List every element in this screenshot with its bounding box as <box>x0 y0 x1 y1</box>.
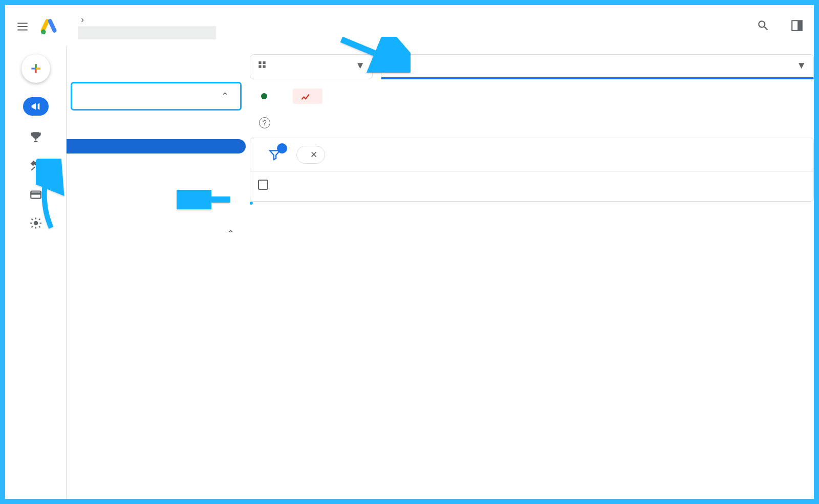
nav-insights-reports[interactable]: ⌃ <box>71 82 242 111</box>
svg-rect-10 <box>263 65 266 68</box>
filter-count-badge <box>277 143 287 154</box>
nav-overview[interactable] <box>67 53 246 68</box>
col-keyword[interactable] <box>706 171 813 201</box>
campaigns-nav[interactable] <box>23 97 49 119</box>
svg-rect-7 <box>258 61 261 64</box>
dropdown-icon: ▼ <box>796 60 806 71</box>
nav-stores[interactable] <box>67 178 246 192</box>
chevron-right-icon: › <box>81 14 84 25</box>
nav-recommendations[interactable] <box>67 68 246 82</box>
breadcrumb[interactable]: › <box>78 14 216 39</box>
dropdown-icon: ▼ <box>355 60 365 71</box>
side-nav: ⌃ ⌃ <box>67 46 246 499</box>
trophy-icon <box>29 130 42 144</box>
nav-dashboards[interactable] <box>67 207 246 221</box>
nav-insights[interactable] <box>67 111 246 125</box>
svg-rect-8 <box>263 61 266 64</box>
nav-when-where[interactable] <box>67 154 246 164</box>
goals-nav[interactable] <box>29 130 43 147</box>
col-ad-group[interactable] <box>598 171 706 201</box>
nav-search-terms[interactable] <box>67 139 246 154</box>
appearance-icon <box>790 19 804 32</box>
nav-auction-insights[interactable] <box>67 125 246 139</box>
create-button[interactable] <box>21 54 50 86</box>
svg-point-2 <box>41 30 46 35</box>
content-area: ▼ ▼ <box>246 46 814 499</box>
col-match-type[interactable] <box>383 171 491 201</box>
card-icon <box>29 188 42 201</box>
gear-icon <box>29 216 42 230</box>
status-row <box>250 79 814 108</box>
status-limited-badge[interactable] <box>293 89 322 104</box>
product-logo[interactable] <box>39 17 64 36</box>
account-selector-redacted[interactable] <box>78 26 216 39</box>
search-terms-table: ✕ <box>250 138 814 202</box>
filter-bar: ✕ <box>250 138 813 171</box>
appearance-button[interactable] <box>790 19 804 34</box>
admin-nav[interactable] <box>29 216 43 233</box>
nav-report-editor[interactable] <box>67 192 246 207</box>
search-icon <box>757 19 770 32</box>
chart-warning-icon <box>300 91 311 101</box>
svg-rect-3 <box>798 20 802 31</box>
search-button[interactable] <box>757 19 770 34</box>
campaign-selector[interactable]: ▼ <box>381 54 814 79</box>
billing-nav[interactable] <box>29 187 43 205</box>
status-enabled <box>261 91 271 102</box>
svg-rect-5 <box>31 193 41 194</box>
tools-icon <box>29 159 42 172</box>
svg-rect-1 <box>48 18 57 33</box>
menu-icon[interactable] <box>12 16 33 37</box>
google-ads-icon <box>39 17 58 36</box>
table-header-row <box>250 171 813 201</box>
filter-funnel[interactable] <box>266 145 284 164</box>
plus-icon <box>29 62 42 75</box>
campaign-icon <box>30 101 41 112</box>
nav-rail <box>5 46 67 499</box>
nav-ads[interactable] <box>67 275 246 290</box>
filter-chip[interactable]: ✕ <box>296 146 325 164</box>
help-icon[interactable]: ? <box>259 117 270 128</box>
select-all-checkbox[interactable] <box>258 180 268 190</box>
view-selector[interactable]: ▼ <box>250 54 373 79</box>
grid-icon <box>257 60 267 72</box>
nav-ad-groups[interactable] <box>67 261 246 275</box>
chevron-up-icon: ⌃ <box>227 228 234 239</box>
col-search-term[interactable] <box>276 171 383 201</box>
search-square-icon <box>389 60 401 72</box>
nav-campaigns[interactable] <box>67 247 246 261</box>
chip-remove-icon[interactable]: ✕ <box>310 149 317 160</box>
top-bar: › <box>5 5 814 46</box>
tools-nav[interactable] <box>29 159 43 176</box>
nav-landing-pages[interactable] <box>67 164 246 178</box>
col-added-excluded[interactable] <box>491 171 598 201</box>
svg-point-6 <box>34 222 37 225</box>
svg-rect-9 <box>258 65 261 68</box>
highlight-box <box>250 202 253 205</box>
chevron-up-icon: ⌃ <box>221 91 229 102</box>
svg-rect-4 <box>31 191 41 199</box>
nav-campaigns-group[interactable]: ⌃ <box>67 221 246 247</box>
